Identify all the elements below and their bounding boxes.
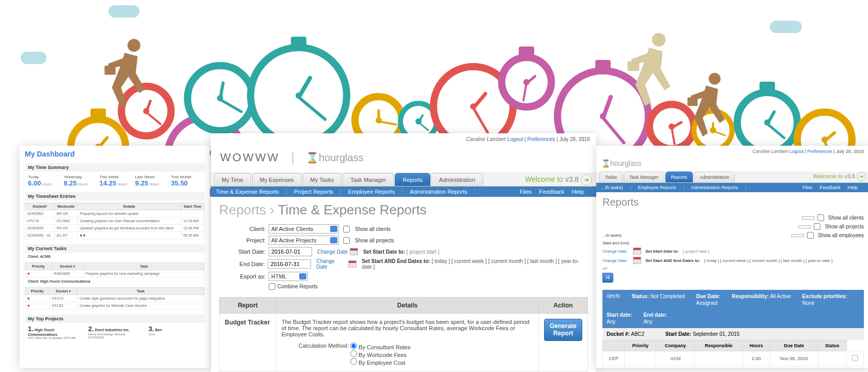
- client-select[interactable]: All Active Clients: [269, 224, 339, 234]
- combine-checkbox[interactable]: [269, 283, 275, 290]
- dashboard-panel: My Dashboard My Time Summary Today6.00 H…: [20, 146, 210, 368]
- change-date-link[interactable]: Change Date: [602, 249, 627, 254]
- change-date-link[interactable]: Change Date: [317, 249, 348, 255]
- combine-label: Combine Reports: [277, 284, 318, 289]
- breadcrumb: Reports: [602, 196, 639, 208]
- project-start-link[interactable]: [ project start ]: [407, 249, 439, 255]
- subtab-link[interactable]: Administration Reports: [410, 189, 475, 195]
- sub-tabs-r: ...th tasks)Employee ReportsAdministrati…: [596, 183, 868, 192]
- logout-link[interactable]: Logout: [507, 136, 523, 142]
- tasks-report-panel: Caroline Lambert Logout | Preferences | …: [596, 146, 868, 368]
- main-tabs-r: TasksTask ManagerReportsAdministration W…: [596, 172, 868, 183]
- show-projects-checkbox[interactable]: [343, 237, 350, 244]
- table-row[interactable]: DOR2835PR.CDUpdated graphics as per feed…: [25, 225, 205, 232]
- export-select[interactable]: HTML: [269, 272, 308, 281]
- calendar-icon[interactable]: [633, 257, 641, 264]
- tab-administration[interactable]: Administration: [694, 172, 735, 182]
- aux-link[interactable]: Files: [520, 189, 539, 195]
- end-date-input[interactable]: [268, 259, 311, 269]
- runner-icon: [98, 36, 155, 119]
- reports-body: Budget TrackerThe Budget Tracker report …: [220, 314, 588, 373]
- table-row[interactable]: DOR2002BR.GRPreparing layouts for websit…: [25, 210, 205, 218]
- table-row[interactable]: ■HTC83Create graphics for Website Case S…: [25, 302, 205, 309]
- calc-option[interactable]: By Employee Cost: [350, 358, 410, 366]
- subtab-link[interactable]: ...th tasks): [601, 185, 631, 190]
- tab-my-tasks[interactable]: My Tasks: [303, 173, 342, 186]
- project-select[interactable]: All Active Projects: [269, 236, 339, 245]
- time-block: Today6.00 Hours: [28, 175, 58, 187]
- report-details: The Budget Tracker report shows how a pr…: [276, 314, 539, 371]
- reports-panel: Caroline Lambert Logout | Preferences | …: [211, 133, 596, 372]
- logout-link[interactable]: Logout: [789, 149, 804, 154]
- filter-form: Client: All Active Clients Show all clie…: [219, 224, 588, 290]
- tasks-table-2: PriorityDocket #Task■HTC74Create style g…: [25, 287, 205, 309]
- project-item[interactable]: 3. BenOcto: [148, 325, 202, 339]
- client-select[interactable]: [802, 216, 814, 220]
- show-clients-checkbox[interactable]: [817, 214, 824, 221]
- time-block: Yesterday8.25 Hours: [64, 175, 94, 187]
- svg-rect-3: [628, 61, 640, 71]
- col-details: Details: [276, 298, 539, 314]
- set-both-label: Set Start AND End Dates to:: [362, 258, 430, 264]
- tab-administration[interactable]: Administration: [431, 173, 483, 186]
- section-time-summary: My Time Summary: [25, 163, 205, 172]
- user-name: Caroline Lambert: [466, 136, 506, 142]
- calc-option[interactable]: By Consultant Rates: [350, 343, 410, 350]
- table-row[interactable]: HTC74ST.HMSCreating graphics for User Ma…: [25, 218, 205, 225]
- subtab-link[interactable]: Employee Reports: [348, 189, 403, 195]
- aux-link[interactable]: Feedback: [539, 189, 572, 195]
- start-date-label: Start Date:: [219, 249, 269, 255]
- end-date-label: End Date:: [219, 261, 268, 267]
- aux-link[interactable]: Feedback: [820, 185, 848, 190]
- main-tabs: My TimeMy ExpensesMy TasksTask ManagerRe…: [211, 173, 596, 187]
- aux-link[interactable]: Files: [802, 185, 820, 190]
- aux-link[interactable]: Help: [572, 189, 591, 195]
- user-name: Caroline Lambert: [752, 149, 788, 154]
- tab-my-expenses[interactable]: My Expenses: [252, 173, 302, 186]
- calendar-icon[interactable]: [633, 247, 641, 255]
- tab-tasks[interactable]: Tasks: [599, 172, 623, 182]
- tab-task-manager[interactable]: Task Manager: [624, 172, 664, 182]
- filter-summary: ojects Status: Not Completed Due Date:As…: [602, 290, 864, 328]
- subtab-link[interactable]: Time & Expense Reports: [216, 189, 287, 195]
- project-item[interactable]: 1. High-Touch CommunicationsHTC Web Site…: [28, 325, 81, 339]
- table-row[interactable]: ■RAMJ805Prepare graphics for new marketi…: [25, 270, 205, 277]
- subtab-link[interactable]: Project Reports: [294, 189, 341, 195]
- product-logo: ⌛hourglass: [306, 151, 364, 164]
- tab-reports[interactable]: Reports: [395, 173, 430, 186]
- subtab-link[interactable]: Employee Reports: [638, 185, 684, 190]
- table-row[interactable]: ACM2.00Jan 25, 2016: [603, 366, 864, 368]
- arrow-icon[interactable]: ➜: [581, 174, 592, 185]
- preferences-link[interactable]: Preferences: [808, 149, 833, 154]
- status-checkbox[interactable]: [852, 355, 858, 361]
- date-label: July 28, 2016: [836, 149, 864, 154]
- run-button[interactable]: rt: [602, 273, 613, 283]
- start-date-input[interactable]: [269, 247, 312, 256]
- tab-task-manager[interactable]: Task Manager: [343, 173, 394, 186]
- change-date-link[interactable]: Change Date: [316, 258, 334, 270]
- brand-bar: WOWWW | ⌛hourglass: [211, 145, 596, 173]
- arrow-icon[interactable]: ➜: [857, 172, 866, 181]
- project-item[interactable]: 2. Dorel Industries Inc.Home Furnishings…: [88, 325, 142, 339]
- employee-select[interactable]: [792, 234, 804, 237]
- show-clients-checkbox[interactable]: [343, 226, 350, 233]
- calendar-icon[interactable]: [348, 260, 357, 268]
- runner-icon: [682, 70, 734, 147]
- calc-option[interactable]: By Workcode Fees: [350, 350, 410, 358]
- table-row[interactable]: DOR2836 · 16AC.DT■ ■09:36 AM: [25, 232, 205, 239]
- table-row[interactable]: CEPACM2.00Nov 08, 2015: [603, 351, 864, 366]
- aux-link[interactable]: Help: [848, 185, 865, 190]
- table-row[interactable]: ■HTC74Create style guidelines document f…: [25, 295, 205, 302]
- change-date-link[interactable]: Change Date: [602, 258, 627, 263]
- calendar-icon[interactable]: [350, 248, 358, 255]
- show-employees-checkbox[interactable]: [807, 232, 814, 239]
- show-projects-label: Show all projects: [355, 238, 394, 243]
- time-block: Last Week9.25 Hours: [135, 175, 166, 187]
- generate-report-button[interactable]: GenerateReport: [544, 319, 582, 341]
- subtab-link[interactable]: Administration Reports: [691, 185, 746, 190]
- tab-reports[interactable]: Reports: [665, 172, 693, 182]
- preferences-link[interactable]: Preferences: [527, 136, 555, 142]
- tab-my-time[interactable]: My Time: [214, 173, 251, 186]
- project-select[interactable]: [798, 225, 811, 228]
- show-projects-checkbox[interactable]: [814, 223, 820, 230]
